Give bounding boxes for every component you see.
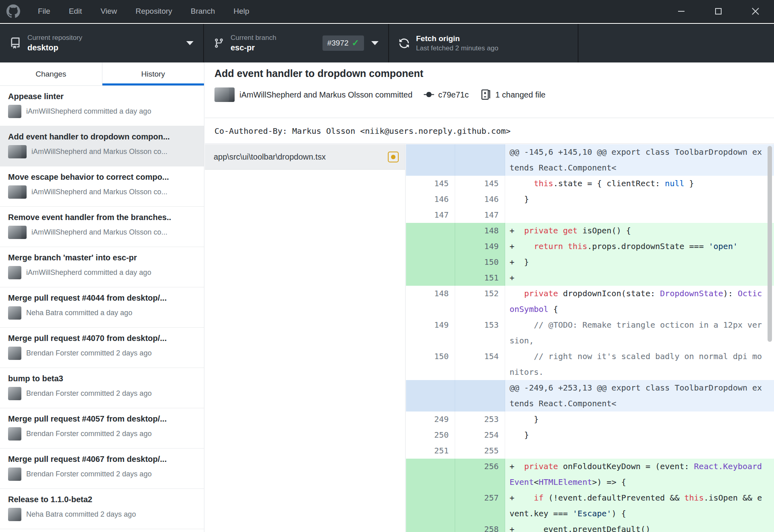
maximize-icon [714, 7, 723, 16]
diff-line-content: + private get isOpen() { [505, 223, 768, 239]
new-line-number: 257 [455, 490, 505, 522]
old-line-number [406, 380, 455, 411]
commit-item[interactable]: Merge pull request #4067 from desktop/..… [0, 449, 204, 489]
new-line-number: 149 [455, 239, 505, 254]
avatar [8, 306, 21, 320]
old-line-number [406, 459, 455, 490]
diff-row: 149153 // @TODO: Remake triangle octicon… [406, 317, 774, 349]
diff-row: 150+ } [406, 254, 774, 270]
commit-item-byline: Brendan Forster committed 2 days ago [8, 387, 197, 400]
menu-edit[interactable]: Edit [69, 7, 82, 16]
diff-row: @@ -145,6 +145,10 @@ export class Toolba… [406, 144, 774, 176]
diff-row: 251255 [406, 443, 774, 459]
sync-icon [399, 38, 410, 49]
diff-line-content: @@ -249,6 +253,13 @@ export class Toolba… [505, 380, 768, 411]
tab-history[interactable]: History [102, 62, 204, 85]
new-line-number: 146 [455, 191, 505, 207]
commit-sha: c79e71c [438, 90, 469, 100]
commit-item-byline-text: Brendan Forster committed 2 days ago [26, 470, 152, 478]
commit-item-title: Appease linter [8, 92, 197, 101]
commit-item[interactable]: Merge pull request #4044 from desktop/..… [0, 287, 204, 328]
sidebar: ChangesHistory Appease linteriAmWillShep… [0, 62, 204, 532]
branch-name: esc-pr [231, 42, 276, 53]
repository-picker-button[interactable]: Current repository desktop [0, 24, 204, 62]
commit-item[interactable]: Move escape behavior to correct compo...… [0, 166, 204, 207]
avatar-stack [8, 508, 21, 521]
close-button[interactable] [737, 0, 774, 23]
commit-item[interactable]: bump to beta3Brendan Forster committed 2… [0, 368, 204, 408]
commit-item[interactable]: Add event handler to dropdown compon...i… [0, 126, 204, 166]
commit-item-byline: Neha Batra committed 2 days ago [8, 508, 197, 521]
avatar [8, 185, 21, 199]
old-line-number: 146 [406, 191, 455, 207]
diff-row: 150154 // right now it's scaled badly on… [406, 349, 774, 380]
fetch-origin-button[interactable]: Fetch origin Last fetched 2 minutes ago [389, 24, 578, 62]
diff-line-content: private dropdownIcon(state: DropdownStat… [505, 286, 768, 317]
commit-item-byline-text: Brendan Forster committed 2 days ago [26, 430, 152, 438]
diff-line-content [505, 207, 768, 223]
diff-line-content: this.state = { clientRect: null } [505, 176, 768, 191]
commit-item-title: bump to beta3 [8, 374, 197, 383]
menu-repository[interactable]: Repository [135, 7, 172, 16]
menu-view[interactable]: View [100, 7, 117, 16]
tab-changes[interactable]: Changes [0, 62, 102, 85]
diff-row: 258+ event.preventDefault() [406, 522, 774, 532]
avatar [8, 105, 21, 118]
diff-row: 148+ private get isOpen() { [406, 223, 774, 239]
commit-item-byline: iAmWillShepherd and Markus Olsson co... [8, 185, 197, 199]
new-line-number: 152 [455, 286, 505, 317]
avatar-stack [8, 306, 21, 320]
new-line-number: 154 [455, 349, 505, 380]
commit-item-byline: iAmWillShepherd committed a day ago [8, 266, 197, 279]
diff-line-content: // @TODO: Remake triangle octicon in a 1… [505, 317, 768, 349]
repository-picker-text: Current repository desktop [27, 33, 82, 53]
modified-status-icon [388, 152, 399, 162]
repository-name: desktop [27, 42, 82, 53]
commit-item-title: Merge branch 'master' into esc-pr [8, 253, 197, 262]
old-line-number: 150 [406, 349, 455, 380]
branch-picker-button[interactable]: Current branch esc-pr #3972 ✓ [204, 24, 389, 62]
file-row[interactable]: app\src\ui\toolbar\dropdown.tsx [205, 144, 405, 170]
commit-item[interactable]: Merge pull request #4057 from desktop/..… [0, 408, 204, 449]
avatar-stack [8, 427, 21, 441]
commit-item-title: Add event handler to dropdown compon... [8, 132, 197, 141]
diff-line-content: + } [505, 254, 768, 270]
maximize-button[interactable] [700, 0, 737, 23]
avatar-stack [8, 387, 21, 400]
diff-row: 147147 [406, 207, 774, 223]
avatar [8, 468, 21, 481]
new-line-number: 255 [455, 443, 505, 459]
file-diff-icon [480, 89, 491, 100]
commit-item-byline: iAmWillShepherd committed a day ago [8, 105, 197, 118]
sidebar-tabs: ChangesHistory [0, 62, 204, 86]
menu-help[interactable]: Help [233, 7, 249, 16]
old-line-number [406, 490, 455, 522]
menu-file[interactable]: File [38, 7, 50, 16]
diff-line-content: } [505, 427, 768, 443]
commit-item-byline-text: Neha Batra committed 2 days ago [26, 510, 136, 519]
avatar [8, 226, 21, 239]
commit-item[interactable]: Remove event handler from the branches..… [0, 207, 204, 247]
diff-line-content: } [505, 191, 768, 207]
avatar-stack [8, 185, 27, 199]
commit-item[interactable]: Release to 1.1.0-beta2Neha Batra committ… [0, 489, 204, 529]
commit-item-byline: iAmWillShepherd and Markus Olsson co... [8, 226, 197, 239]
menu-branch[interactable]: Branch [191, 7, 215, 16]
old-line-number: 148 [406, 286, 455, 317]
avatar [8, 266, 21, 279]
commit-item-byline: Brendan Forster committed 2 days ago [8, 468, 197, 481]
commit-item-byline-text: iAmWillShepherd and Markus Olsson co... [31, 228, 167, 237]
commit-item[interactable]: Appease linteriAmWillShepherd committed … [0, 86, 204, 126]
old-line-number: 249 [406, 411, 455, 427]
new-line-number: 147 [455, 207, 505, 223]
fetch-origin-text: Fetch origin Last fetched 2 minutes ago [416, 33, 498, 53]
scrollbar-thumb[interactable] [768, 146, 772, 342]
diff-row: 250254 } [406, 427, 774, 443]
minimize-button[interactable] [663, 0, 700, 23]
file-path: app\src\ui\toolbar\dropdown.tsx [214, 152, 388, 162]
commit-item[interactable]: Merge pull request #4070 from desktop/..… [0, 328, 204, 368]
commit-item[interactable]: Merge branch 'master' into esc-priAmWill… [0, 247, 204, 287]
commit-meta-row: iAmWillShepherd and Markus Olsson commit… [214, 87, 545, 102]
new-line-number: 151 [455, 270, 505, 286]
avatar-stack [8, 266, 21, 279]
